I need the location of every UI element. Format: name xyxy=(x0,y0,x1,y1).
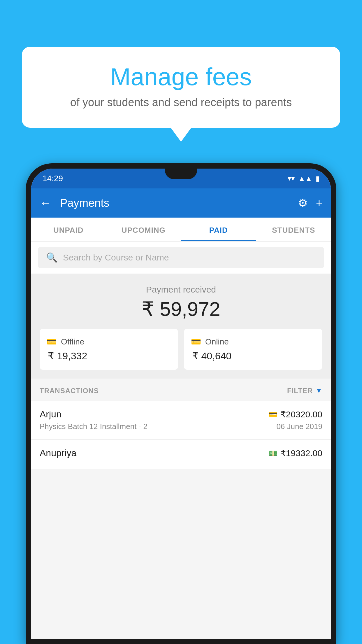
filter-icon: ▼ xyxy=(316,387,322,395)
status-icons: ▾▾ ▲▲ ▮ xyxy=(288,174,319,183)
gear-icon[interactable]: ⚙ xyxy=(298,197,308,209)
transaction-desc-1: Physics Batch 12 Installment - 2 xyxy=(40,422,147,431)
tab-upcoming[interactable]: UPCOMING xyxy=(106,218,181,241)
search-placeholder: Search by Course or Name xyxy=(63,253,169,262)
wifi-icon: ▾▾ xyxy=(288,174,295,183)
phone-frame: 14:29 ▾▾ ▲▲ ▮ ← Payments ⚙ + UNPAID UPCO… xyxy=(26,163,336,644)
online-card: 💳 Online ₹ 40,640 xyxy=(184,329,322,370)
table-row[interactable]: Arjun 💳 ₹20320.00 Physics Batch 12 Insta… xyxy=(31,401,331,440)
search-box[interactable]: 🔍 Search by Course or Name xyxy=(38,247,324,268)
plus-icon[interactable]: + xyxy=(316,197,322,209)
online-card-header: 💳 Online xyxy=(191,337,315,346)
bubble-subtitle: of your students and send receipts to pa… xyxy=(39,96,323,109)
transaction-top-2: Anupriya 💵 ₹19332.00 xyxy=(40,448,322,459)
offline-amount: ₹ 19,332 xyxy=(47,350,171,362)
app-bar: ← Payments ⚙ + xyxy=(31,188,331,218)
status-time: 14:29 xyxy=(43,174,63,183)
app-bar-title: Payments xyxy=(60,197,292,209)
tab-unpaid[interactable]: UNPAID xyxy=(31,218,106,241)
offline-label: Offline xyxy=(61,337,84,346)
notch xyxy=(165,169,197,179)
offline-payment-icon-2: 💵 xyxy=(269,449,277,457)
offline-card: 💳 Offline ₹ 19,332 xyxy=(40,329,178,370)
transactions-header: TRANSACTIONS FILTER ▼ xyxy=(31,379,331,401)
online-label: Online xyxy=(205,337,229,346)
table-row[interactable]: Anupriya 💵 ₹19332.00 xyxy=(31,440,331,469)
transaction-amount-1: ₹20320.00 xyxy=(280,409,322,419)
app-bar-actions: ⚙ + xyxy=(298,197,322,209)
signal-icon: ▲▲ xyxy=(298,174,312,183)
transaction-bottom-1: Physics Batch 12 Installment - 2 06 June… xyxy=(40,422,322,431)
filter-button[interactable]: FILTER ▼ xyxy=(287,387,322,395)
transaction-amount-2: ₹19332.00 xyxy=(280,448,322,458)
online-payment-icon-1: 💳 xyxy=(269,410,277,419)
transaction-amount-wrap-2: 💵 ₹19332.00 xyxy=(269,448,322,458)
search-container: 🔍 Search by Course or Name xyxy=(31,242,331,274)
phone-screen: 14:29 ▾▾ ▲▲ ▮ ← Payments ⚙ + UNPAID UPCO… xyxy=(31,169,331,639)
online-amount: ₹ 40,640 xyxy=(191,350,315,362)
transaction-name-2: Anupriya xyxy=(40,448,76,459)
payment-label: Payment received xyxy=(40,285,322,295)
bubble-title: Manage fees xyxy=(39,63,323,91)
offline-icon: 💳 xyxy=(47,337,57,346)
online-icon: 💳 xyxy=(191,337,201,346)
transaction-date-1: 06 June 2019 xyxy=(276,422,322,431)
search-icon: 🔍 xyxy=(46,252,58,263)
transaction-amount-wrap-1: 💳 ₹20320.00 xyxy=(269,409,322,419)
payment-cards: 💳 Offline ₹ 19,332 💳 Online ₹ 40,640 xyxy=(40,329,322,370)
battery-icon: ▮ xyxy=(316,174,319,183)
back-button[interactable]: ← xyxy=(40,197,51,210)
status-bar: 14:29 ▾▾ ▲▲ ▮ xyxy=(31,169,331,188)
tab-students[interactable]: STUDENTS xyxy=(256,218,331,241)
offline-card-header: 💳 Offline xyxy=(47,337,171,346)
tabs: UNPAID UPCOMING PAID STUDENTS xyxy=(31,218,331,242)
transaction-top-1: Arjun 💳 ₹20320.00 xyxy=(40,409,322,420)
filter-label: FILTER xyxy=(287,387,313,395)
transactions-label: TRANSACTIONS xyxy=(40,387,99,395)
payment-received-section: Payment received ₹ 59,972 💳 Offline ₹ 19… xyxy=(31,274,331,379)
speech-bubble: Manage fees of your students and send re… xyxy=(22,47,340,128)
transaction-name-1: Arjun xyxy=(40,409,61,420)
payment-total-amount: ₹ 59,972 xyxy=(40,298,322,321)
tab-paid[interactable]: PAID xyxy=(181,218,256,241)
